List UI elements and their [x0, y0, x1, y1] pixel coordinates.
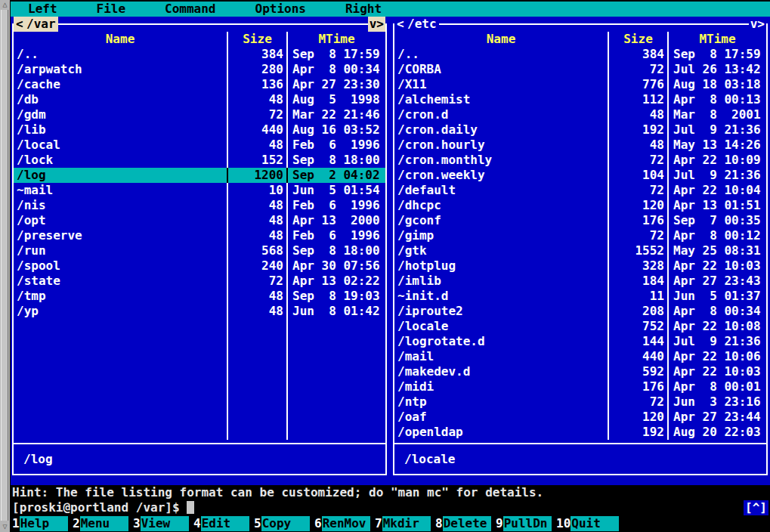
file-row[interactable]: /logrotate.d144Jul 9 21:36 [394, 334, 766, 349]
listing-dropdown-icon[interactable]: v> [749, 17, 766, 32]
file-size: 72 [227, 274, 286, 289]
fkey-quit[interactable]: 10Quit [556, 516, 619, 531]
file-row[interactable]: ~init.d11Jun 5 01:37 [394, 289, 766, 304]
file-row[interactable]: /..384Sep 8 17:59 [14, 47, 385, 62]
listing-dropdown-icon[interactable]: v> [368, 17, 385, 32]
file-name: /gimp [394, 228, 608, 243]
file-row[interactable]: /oaf120Apr 27 23:44 [394, 410, 766, 425]
file-row[interactable]: /dhcpc120Apr 13 01:51 [394, 198, 766, 213]
file-row[interactable]: /cron.hourly48May 13 14:26 [394, 138, 766, 153]
file-mtime: Sep 8 17:59 [286, 47, 385, 62]
file-row[interactable]: /X11776Aug 18 03:18 [394, 77, 766, 92]
file-row[interactable]: /cron.monthly72Apr 22 10:09 [394, 153, 766, 168]
fkey-menu[interactable]: 2Menu [73, 516, 133, 531]
file-row[interactable]: /cron.weekly104Jul 9 21:36 [394, 168, 766, 183]
column-header-mtime[interactable]: MTime [667, 32, 766, 47]
fkey-renmov[interactable]: 6RenMov [314, 516, 375, 531]
file-row[interactable]: /gtk1552May 25 08:31 [394, 243, 766, 258]
file-row[interactable]: /..384Sep 8 17:59 [394, 47, 766, 62]
fkey-copy[interactable]: 5Copy [254, 516, 314, 531]
file-row[interactable]: /ntp72Jun 3 23:16 [394, 394, 766, 410]
left-panel-path[interactable]: /var [24, 17, 58, 32]
file-row[interactable]: ~mail10Jun 5 01:54 [14, 183, 385, 198]
menu-item-file[interactable]: File [97, 2, 126, 17]
fkey-mkdir[interactable]: 7Mkdir [375, 516, 435, 531]
file-row[interactable]: /tmp48Sep 8 19:03 [14, 289, 385, 304]
column-header-name[interactable]: Name [14, 32, 227, 47]
file-mtime: Jul 9 21:36 [667, 334, 766, 349]
fkey-edit[interactable]: 4Edit [193, 516, 254, 531]
scrollbar-down-icon[interactable]: ▽ [0, 522, 10, 531]
column-header-mtime[interactable]: MTime [286, 32, 385, 47]
file-row[interactable]: /run568Sep 8 18:00 [14, 243, 385, 258]
file-row[interactable]: /opt48Apr 13 2000 [14, 213, 385, 228]
file-row[interactable]: /midi176Apr 8 00:01 [394, 379, 766, 394]
scrollbar-up-icon[interactable]: △ [0, 0, 10, 9]
file-mtime: Apr 30 07:56 [286, 258, 385, 274]
file-size: 48 [227, 228, 286, 243]
file-row[interactable]: /gconf176Sep 7 00:35 [394, 213, 766, 228]
menu-item-left[interactable]: Left [28, 2, 57, 17]
column-header-size[interactable]: Size [608, 32, 667, 47]
fkey-label: Quit [571, 516, 619, 531]
fkey-help[interactable]: 1Help [12, 516, 73, 531]
file-mtime: Aug 5 1998 [286, 92, 385, 107]
file-mtime: Apr 22 10:06 [667, 349, 766, 364]
file-row[interactable]: /iproute2208Apr 8 00:34 [394, 304, 766, 319]
file-row[interactable]: /lib440Aug 16 03:52 [14, 122, 385, 138]
column-header-name[interactable]: Name [394, 32, 608, 47]
file-row[interactable]: /lock152Sep 8 18:00 [14, 153, 385, 168]
file-row[interactable]: /openldap192Aug 20 22:03 [394, 425, 766, 440]
file-row[interactable]: /makedev.d592Apr 22 10:03 [394, 364, 766, 379]
menu-item-options[interactable]: Options [255, 2, 306, 17]
file-name: /makedev.d [394, 364, 608, 379]
file-row[interactable]: /locale752Apr 22 10:08 [394, 319, 766, 334]
file-name: /oaf [394, 410, 608, 425]
terminal-scrollbar[interactable]: △ ▽ [0, 0, 11, 532]
file-size: 192 [608, 425, 667, 440]
file-row[interactable]: /gdm72Mar 22 21:46 [14, 107, 385, 122]
file-row[interactable]: /state72Apr 13 02:22 [14, 274, 385, 289]
file-row[interactable]: /db48Aug 5 1998 [14, 92, 385, 107]
file-row[interactable]: /yp48Jun 8 01:42 [14, 304, 385, 319]
file-row[interactable]: /imlib184Apr 27 23:43 [394, 274, 766, 289]
column-header-size[interactable]: Size [227, 32, 286, 47]
file-row[interactable]: /CORBA72Jul 26 13:42 [394, 62, 766, 77]
file-row[interactable]: /hotplug328Apr 22 10:03 [394, 258, 766, 274]
file-name: /lock [14, 153, 227, 168]
file-row[interactable]: /preserve48Feb 6 1996 [14, 228, 385, 243]
file-name: /iproute2 [394, 304, 608, 319]
file-name: /openldap [394, 425, 608, 440]
file-row[interactable]: /local48Feb 6 1996 [14, 138, 385, 153]
file-row[interactable]: /spool240Apr 30 07:56 [14, 258, 385, 274]
file-row[interactable]: /gimp72Apr 8 00:12 [394, 228, 766, 243]
menu-item-command[interactable]: Command [165, 2, 215, 17]
file-size: 176 [608, 213, 667, 228]
fkey-pulldn[interactable]: 9PullDn [496, 516, 556, 531]
file-row[interactable]: /arpwatch280Apr 8 00:34 [14, 62, 385, 77]
fkey-delete[interactable]: 8Delete [435, 516, 496, 531]
file-row[interactable]: /mail440Apr 22 10:06 [394, 349, 766, 364]
file-mtime: May 13 14:26 [667, 138, 766, 153]
file-row[interactable]: /log1200Sep 2 04:02 [14, 168, 385, 183]
file-row[interactable]: /cache136Apr 27 23:30 [14, 77, 385, 92]
command-line[interactable]: [proski@portland /var]$[^] [11, 500, 770, 515]
file-row[interactable]: /default72Apr 22 10:04 [394, 183, 766, 198]
file-size: 1200 [227, 168, 286, 183]
fkey-view[interactable]: 3View [133, 516, 193, 531]
fkey-label: Delete [443, 516, 491, 531]
scrollbar-thumb[interactable] [1, 10, 8, 521]
file-row[interactable]: /alchemist112Apr 8 00:13 [394, 92, 766, 107]
file-size: 72 [608, 394, 667, 410]
file-mtime: Apr 13 02:22 [286, 274, 385, 289]
file-row[interactable]: /cron.daily192Jul 9 21:36 [394, 122, 766, 138]
file-name: /cron.hourly [394, 138, 608, 153]
file-mtime: Jul 9 21:36 [667, 122, 766, 138]
file-name: /X11 [394, 77, 608, 92]
right-panel-path[interactable]: /etc [405, 17, 439, 32]
file-row[interactable]: /nis48Feb 6 1996 [14, 198, 385, 213]
file-row[interactable]: /cron.d48Mar 8 2001 [394, 107, 766, 122]
scroll-up-button[interactable]: [^] [744, 500, 768, 515]
menu-item-right[interactable]: Right [345, 2, 382, 17]
file-size: 48 [227, 92, 286, 107]
